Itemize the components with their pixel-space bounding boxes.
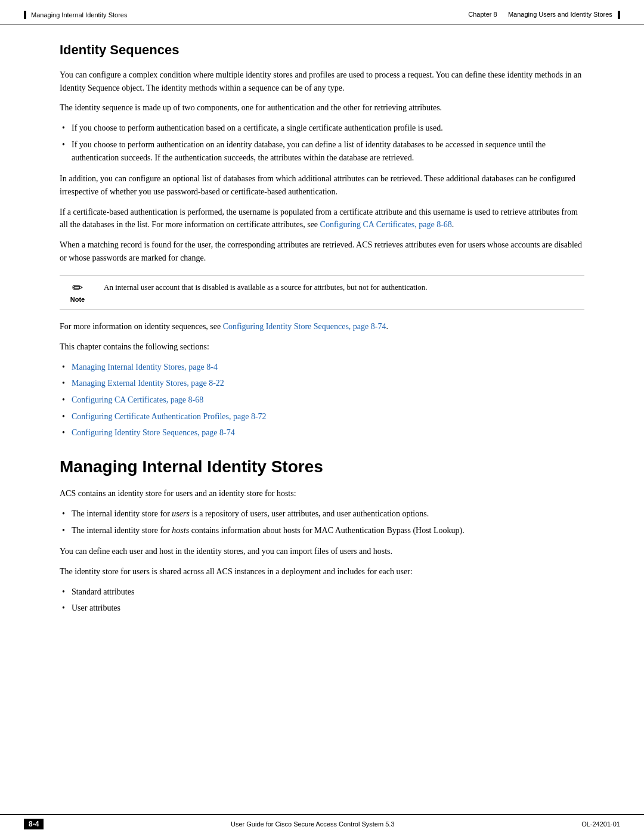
note-content: An internal user account that is disable… (104, 281, 584, 293)
identity-sequences-para3: In addition, you can configure an option… (60, 172, 584, 198)
managing-internal-list2: Standard attributes User attributes (60, 586, 584, 615)
para6-prefix: For more information on identity sequenc… (60, 322, 223, 331)
identity-sequences-title: Identity Sequences (60, 42, 584, 58)
identity-sequences-para6: For more information on identity sequenc… (60, 320, 584, 333)
chapter-sections-intro: This chapter contains the following sect… (60, 340, 584, 354)
note-label: Note (70, 296, 85, 303)
header-bar-icon (24, 11, 26, 19)
header-right-bar (618, 11, 620, 19)
identity-sequences-bullets: If you choose to perform authentication … (60, 122, 584, 164)
para4-suffix: . (452, 220, 454, 229)
identity-sequences-para4: If a certificate-based authentication is… (60, 206, 584, 231)
footer-center-text: User Guide for Cisco Secure Access Contr… (231, 820, 395, 828)
identity-sequences-para2: The identity sequence is made up of two … (60, 101, 584, 114)
managing-internal-title: Managing Internal Identity Stores (60, 457, 584, 476)
header-left: Managing Internal Identity Stores (24, 11, 127, 19)
bullet1-italic: users (172, 509, 190, 518)
subheader-breadcrumb: Managing Internal Identity Stores (31, 11, 127, 18)
identity-sequences-para1: You can configure a complex condition wh… (60, 69, 584, 94)
list-item: Managing Internal Identity Stores, page … (60, 361, 584, 374)
list-item: Configuring CA Certificates, page 8-68 (60, 394, 584, 407)
managing-internal-para2: You can define each user and host in the… (60, 545, 584, 558)
bullet2-italic: hosts (172, 526, 189, 535)
footer-page-number: 8-4 (24, 819, 44, 829)
list-item: If you choose to perform authentication … (60, 122, 584, 135)
bullet2-prefix: The internal identity store for (72, 526, 172, 535)
pencil-icon: ✏ (72, 281, 83, 295)
bullet2-suffix: contains information about hosts for MAC… (189, 526, 465, 535)
list-item: User attributes (60, 602, 584, 615)
toc-links-list: Managing Internal Identity Stores, page … (60, 361, 584, 439)
ca-certificates-link-inline[interactable]: Configuring CA Certificates, page 8-68 (320, 220, 452, 229)
chapter-label: Chapter 8 (468, 11, 497, 18)
list-item: Standard attributes (60, 586, 584, 599)
managing-internal-para1: ACS contains an identity store for users… (60, 487, 584, 500)
note-box: ✏ Note An internal user account that is … (60, 275, 584, 309)
para4-prefix: If a certificate-based authentication is… (60, 208, 578, 230)
note-icon-area: ✏ Note (60, 281, 95, 303)
toc-link-1[interactable]: Managing Internal Identity Stores, page … (72, 363, 218, 371)
page-footer: 8-4 User Guide for Cisco Secure Access C… (0, 814, 644, 833)
managing-internal-bullets: The internal identity store for users is… (60, 507, 584, 537)
toc-link-2[interactable]: Managing External Identity Stores, page … (72, 379, 224, 388)
toc-link-5[interactable]: Configuring Identity Store Sequences, pa… (72, 428, 235, 437)
main-content: Identity Sequences You can configure a c… (0, 24, 644, 814)
page-container: Managing Internal Identity Stores Chapte… (0, 0, 644, 833)
chapter-title: Managing Users and Identity Stores (508, 11, 612, 18)
toc-link-4[interactable]: Configuring Certificate Authentication P… (72, 412, 267, 421)
bullet1-suffix: is a repository of users, user attribute… (190, 509, 429, 518)
managing-internal-para3: The identity store for users is shared a… (60, 565, 584, 578)
list-item: Managing External Identity Stores, page … (60, 377, 584, 390)
list-item: Configuring Certificate Authentication P… (60, 410, 584, 423)
footer-right-text: OL-24201-01 (581, 820, 620, 828)
list-item: If you choose to perform authentication … (60, 138, 584, 164)
header-right: Chapter 8 Managing Users and Identity St… (468, 11, 620, 19)
page-header: Managing Internal Identity Stores Chapte… (0, 0, 644, 24)
list-item: The internal identity store for users is… (60, 507, 584, 521)
identity-store-sequences-link[interactable]: Configuring Identity Store Sequences, pa… (223, 322, 386, 331)
para6-suffix: . (386, 322, 388, 331)
list-item: The internal identity store for hosts co… (60, 524, 584, 537)
bullet1-prefix: The internal identity store for (72, 509, 172, 518)
list-item: Configuring Identity Store Sequences, pa… (60, 426, 584, 439)
identity-sequences-para5: When a matching record is found for the … (60, 239, 584, 264)
toc-link-3[interactable]: Configuring CA Certificates, page 8-68 (72, 395, 203, 404)
